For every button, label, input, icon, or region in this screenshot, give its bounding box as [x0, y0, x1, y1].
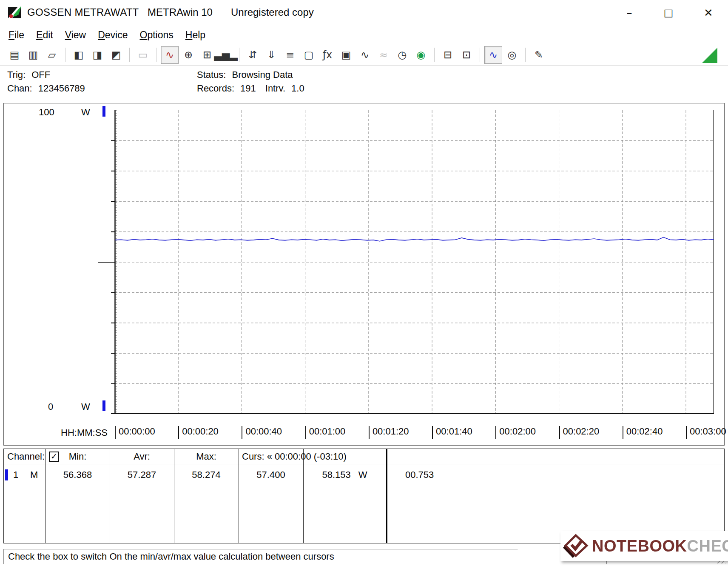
menu-help[interactable]: Help — [179, 26, 211, 44]
status-hint: Check the box to switch On the min/avr/m… — [3, 549, 518, 564]
notebookcheck-watermark: NOTEBOOKCHECK — [560, 531, 728, 561]
row-min-value: 56.368 — [46, 469, 110, 480]
open-file-icon: ▱ — [48, 49, 56, 61]
header-channel: Channel: — [7, 451, 45, 462]
records-status: Records:191Intrv.1.0 — [197, 83, 304, 94]
export-window-button[interactable]: ◧ — [70, 46, 88, 64]
row-cursor-a-value: 57.400 — [239, 469, 303, 480]
sequence-list-icon: ≡ — [286, 49, 294, 61]
formula-button[interactable]: ƒx — [318, 46, 336, 64]
histogram-view-icon: ▃▅▂ — [214, 49, 237, 61]
x-tick-label: 00:00:00 — [115, 426, 155, 439]
xy-scope-icon: ⊕ — [184, 49, 193, 61]
print-preview-icon: ⊟ — [444, 49, 452, 61]
timer-read-icon: ◷ — [398, 49, 407, 61]
row-max-value: 58.274 — [174, 469, 239, 480]
column-separator — [303, 449, 304, 543]
channel-row-color-marker — [5, 469, 8, 480]
header-cursor: Curs: « 00:00:00 (-03:10) — [242, 451, 347, 462]
trend-chart-button[interactable]: ∿ — [161, 46, 179, 64]
info-panel: Trig:OFF Chan:123456789 Status:Browsing … — [0, 65, 728, 103]
minimize-button[interactable]: – — [620, 3, 639, 22]
chart-panel: 100 W 0 W HH:MM:SS 00:00:0000:00:2000:00… — [3, 103, 725, 446]
annotation-icon: ✎ — [535, 49, 543, 61]
maximize-button[interactable]: □ — [659, 3, 678, 22]
x-tick-label: 00:01:00 — [305, 426, 346, 439]
save-file-button[interactable]: ▤ — [6, 46, 23, 64]
pc-monitor-icon: ▢ — [304, 49, 314, 61]
x-tick-mark — [686, 426, 687, 439]
toolbar-separator — [480, 48, 480, 62]
x-tick-mark — [432, 426, 433, 439]
toolbar-separator — [65, 48, 65, 62]
export-report-button[interactable]: ◩ — [107, 46, 125, 64]
numeric-display-button[interactable]: ▭ — [134, 46, 152, 64]
table-view-button[interactable]: ⊞ — [198, 46, 216, 64]
x-tick-mark — [369, 426, 370, 439]
row-channel-mode: M — [30, 469, 38, 480]
interval-value: 1.0 — [291, 83, 304, 94]
x-tick-label: 00:02:40 — [623, 426, 663, 439]
print-preview-button[interactable]: ⊟ — [439, 46, 457, 64]
row-cursor-b-unit: W — [358, 469, 367, 480]
menu-options[interactable]: Options — [134, 26, 179, 44]
device-download-button[interactable]: ⇓ — [262, 46, 280, 64]
toolbar-separator — [434, 48, 435, 62]
toolbar: ▤▥▱◧◨◩▭∿⊕⊞▃▅▂⇵⇓≡▢ƒx▣∿≈◷◉⊟⊡∿◎✎ — [0, 44, 728, 66]
offline-signal-icon: ≈ — [379, 49, 388, 61]
device-status-button[interactable]: ◉ — [412, 46, 430, 64]
row-delta-value: 00.753 — [405, 469, 434, 480]
open-file-button[interactable]: ▱ — [43, 46, 61, 64]
column-separator-thick — [386, 449, 387, 543]
x-tick-label: 00:02:00 — [495, 426, 536, 439]
x-tick-mark — [178, 426, 179, 439]
row-avr-value: 57.287 — [110, 469, 174, 480]
trigger-value: OFF — [31, 69, 50, 80]
live-signal-icon: ∿ — [361, 49, 369, 61]
export-report-icon: ◩ — [111, 49, 121, 61]
row-cursor-b: 58.153 W — [303, 469, 386, 480]
brand-name: GOSSEN METRAWATT — [27, 6, 139, 18]
license-status: Unregistered copy — [231, 6, 314, 18]
trend-chart-icon: ∿ — [165, 49, 174, 61]
memory-read-button[interactable]: ▣ — [337, 46, 355, 64]
menu-device[interactable]: Device — [92, 26, 134, 44]
offline-signal-button[interactable]: ≈ — [375, 46, 392, 64]
menu-view[interactable]: View — [59, 26, 92, 44]
menu-file[interactable]: File — [3, 26, 30, 44]
y-axis-unit-bottom: W — [81, 401, 90, 412]
x-tick-label: 00:00:40 — [242, 426, 282, 439]
sequence-list-button[interactable]: ≡ — [281, 46, 299, 64]
xy-scope-button[interactable]: ⊕ — [179, 46, 197, 64]
title-bar: GOSSEN METRAWATT METRAwin 10 Unregistere… — [0, 0, 728, 26]
column-separator — [46, 449, 46, 543]
watermark-text-primary: NOTEBOOK — [592, 537, 687, 555]
timer-read-button[interactable]: ◷ — [393, 46, 411, 64]
toolbar-separator — [239, 48, 239, 62]
save-as-button[interactable]: ▥ — [24, 46, 42, 64]
menu-edit[interactable]: Edit — [30, 26, 59, 44]
x-tick-label: 00:02:20 — [559, 426, 600, 439]
x-tick-mark — [495, 426, 496, 439]
zoom-signal-button[interactable]: ∿ — [484, 46, 502, 64]
zoom-lens-button[interactable]: ◎ — [503, 46, 521, 64]
print-button[interactable]: ⊡ — [458, 46, 475, 64]
device-transfer-icon: ⇵ — [248, 49, 257, 61]
chart-plot-area[interactable] — [96, 110, 714, 414]
live-signal-button[interactable]: ∿ — [356, 46, 374, 64]
close-button[interactable]: ✕ — [699, 3, 718, 22]
row-cursor-b-value: 58.153 — [322, 469, 350, 480]
toolbar-separator — [525, 48, 526, 62]
device-transfer-button[interactable]: ⇵ — [244, 46, 262, 64]
pc-monitor-button[interactable]: ▢ — [300, 46, 318, 64]
histogram-view-button[interactable]: ▃▅▂ — [217, 46, 235, 64]
zoom-lens-icon: ◎ — [508, 49, 517, 61]
annotation-button[interactable]: ✎ — [530, 46, 548, 64]
x-tick-mark — [559, 426, 560, 439]
x-tick-mark — [115, 426, 116, 439]
export-data-button[interactable]: ◨ — [88, 46, 106, 64]
records-label: Records: — [197, 83, 234, 94]
watermark-text-secondary: CHECK — [687, 537, 728, 555]
x-tick-label: 00:01:20 — [369, 426, 409, 439]
y-axis-max-label: 100 — [39, 107, 54, 118]
